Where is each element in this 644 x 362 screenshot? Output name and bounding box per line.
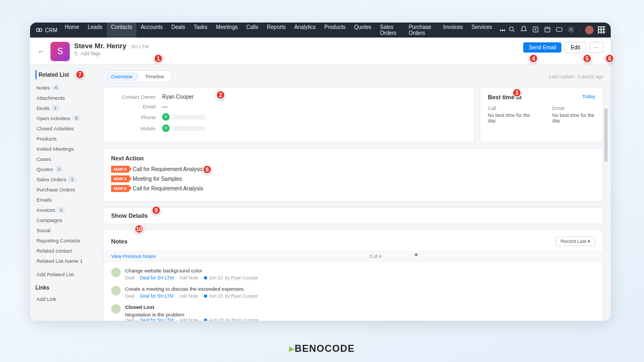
bell-icon[interactable] bbox=[520, 26, 528, 34]
sidebar-item-social[interactable]: Social bbox=[35, 225, 100, 235]
back-arrow[interactable]: ← bbox=[38, 47, 45, 56]
card-icon[interactable] bbox=[555, 26, 563, 34]
note-avatar bbox=[111, 268, 121, 277]
notes-sort-dropdown[interactable]: Recent Last ▾ bbox=[555, 237, 595, 246]
note-avatar bbox=[111, 304, 121, 314]
annotation-marker-8: 8 bbox=[202, 165, 212, 174]
plus-icon[interactable] bbox=[532, 26, 539, 34]
annotation-marker-9: 9 bbox=[151, 205, 161, 215]
sidebar-item-notes[interactable]: Notes4 bbox=[35, 83, 100, 93]
annotation-marker-2: 2 bbox=[216, 90, 225, 100]
phone-value bbox=[173, 115, 205, 120]
note-item: Create a meeting to discuss the exceeded… bbox=[111, 286, 595, 299]
user-avatar[interactable] bbox=[585, 26, 594, 34]
annotation-marker-1: 1 bbox=[153, 54, 163, 63]
annotation-marker-5: 5 bbox=[582, 54, 592, 63]
contact-info-panel: Contact OwnerRyan Cooper Email— Phone✆ M… bbox=[103, 87, 474, 143]
phone-icon[interactable]: ✆ bbox=[162, 113, 170, 121]
topbar-actions: | bbox=[508, 26, 605, 34]
mobile-value bbox=[173, 126, 205, 131]
add-link[interactable]: Add Link bbox=[35, 294, 100, 304]
svg-rect-4 bbox=[545, 27, 550, 32]
contact-header: ← S Steve Mr. Henry· SH LTM Add Tags Sen… bbox=[30, 38, 611, 65]
calendar-icon[interactable] bbox=[544, 26, 551, 34]
tab-timeline[interactable]: Timeline bbox=[139, 72, 171, 81]
last-update: Last Update : 2 day(s) ago bbox=[550, 74, 603, 79]
sidebar-item-related-contact[interactable]: Related contact bbox=[35, 246, 100, 256]
next-action-panel: Next Action MAR 3Call for Requirement An… bbox=[103, 148, 603, 202]
scrollbar-thumb[interactable] bbox=[604, 108, 608, 162]
contact-avatar: S bbox=[50, 42, 70, 61]
nav-more[interactable]: ••• bbox=[496, 24, 509, 37]
notes-counter: 3 of 4 bbox=[369, 254, 382, 259]
top-bar: CRM HomeLeadsContactsAccountsDealsTasksM… bbox=[30, 23, 611, 38]
sidebar-item-products[interactable]: Products bbox=[35, 134, 100, 144]
view-previous-notes[interactable]: View Previous Notes bbox=[111, 254, 156, 259]
annotation-marker-4: 4 bbox=[529, 54, 538, 63]
svg-point-7 bbox=[75, 53, 76, 53]
sidebar-item-campaigns[interactable]: Campaigns bbox=[35, 215, 100, 225]
sidebar-item-cases[interactable]: Cases bbox=[35, 154, 100, 164]
svg-point-2 bbox=[510, 27, 514, 31]
add-related-list[interactable]: Add Related List bbox=[35, 269, 100, 279]
app-logo[interactable]: CRM bbox=[35, 26, 57, 34]
view-tabs: Overview Timeline bbox=[103, 70, 172, 83]
sidebar-item-closed-activities[interactable]: Closed Activities bbox=[35, 123, 100, 134]
related-list-heading: Related List bbox=[35, 70, 100, 79]
tab-overview[interactable]: Overview bbox=[105, 72, 139, 81]
annotation-marker-10: 10 bbox=[134, 224, 144, 234]
links-heading: Links bbox=[35, 285, 100, 291]
notes-panel: Notes Recent Last ▾ View Previous Notes … bbox=[103, 230, 603, 321]
add-tags[interactable]: Add Tags bbox=[74, 51, 149, 56]
sidebar-item-emails[interactable]: Emails bbox=[35, 195, 100, 205]
sidebar-item-invoices[interactable]: Invoices1 bbox=[35, 205, 100, 215]
next-action-title: Next Action bbox=[111, 155, 595, 161]
contact-owner-value: Ryan Cooper bbox=[162, 94, 194, 100]
note-item: Change website background colorDeal·Deal… bbox=[111, 268, 595, 280]
email-value: — bbox=[162, 104, 167, 109]
sidebar-item-deals[interactable]: Deals1 bbox=[35, 103, 100, 113]
show-details-panel[interactable]: Show Details bbox=[103, 207, 603, 224]
sidebar-item-purchase-orders[interactable]: Purchase Orders bbox=[35, 184, 100, 195]
sidebar-item-related-list-name-1[interactable]: Related List Name 1 bbox=[35, 256, 100, 266]
sidebar-item-attachments[interactable]: Attachments bbox=[35, 93, 100, 103]
phone-icon[interactable]: ✆ bbox=[162, 124, 170, 132]
send-email-button[interactable]: Send Email bbox=[523, 42, 561, 53]
annotation-marker-3: 3 bbox=[512, 88, 522, 98]
search-icon[interactable] bbox=[508, 26, 516, 34]
sidebar-item-reporting-contacts[interactable]: Reporting Contacts bbox=[35, 235, 100, 246]
gear-icon[interactable] bbox=[567, 26, 575, 34]
sidebar: Related List Notes4AttachmentsDeals1Open… bbox=[30, 65, 100, 321]
next-action-item[interactable]: MAR 3Call for Requirement Analysis bbox=[111, 166, 595, 173]
benocode-logo: ▸BENOCODE bbox=[289, 343, 355, 354]
annotation-marker-7: 7 bbox=[75, 70, 85, 79]
svg-rect-5 bbox=[557, 28, 562, 32]
edit-button[interactable]: Edit bbox=[565, 42, 586, 53]
next-action-item[interactable]: MAR 3Meeting for Samples bbox=[111, 175, 595, 182]
today-link[interactable]: Today bbox=[582, 94, 595, 100]
sidebar-item-invited-meetings[interactable]: Invited Meetings bbox=[35, 144, 100, 154]
apps-grid-icon[interactable] bbox=[598, 26, 605, 34]
related-list: Notes4AttachmentsDeals1Open Activities3C… bbox=[35, 83, 100, 266]
best-time-panel: Best time toToday CallNo best time for t… bbox=[480, 87, 603, 143]
app-window: CRM HomeLeadsContactsAccountsDealsTasksM… bbox=[30, 23, 611, 321]
more-actions-button[interactable]: ··· bbox=[589, 42, 603, 53]
main-content: Overview Timeline Last Update : 2 day(s)… bbox=[100, 65, 611, 321]
sidebar-item-sales-orders[interactable]: Sales Orders1 bbox=[35, 174, 100, 184]
svg-point-6 bbox=[570, 28, 573, 31]
sidebar-item-quotes[interactable]: Quotes1 bbox=[35, 164, 100, 174]
next-action-item[interactable]: MAR 8Call for Requirement Analysis bbox=[111, 185, 595, 192]
note-item: Closed LostNegotiation is the problemDea… bbox=[111, 304, 595, 321]
sidebar-item-open-activities[interactable]: Open Activities3 bbox=[35, 113, 100, 123]
annotation-marker-6: 6 bbox=[605, 54, 614, 63]
contact-name: Steve Mr. Henry· SH LTM bbox=[74, 42, 149, 50]
notes-title: Notes bbox=[111, 238, 128, 245]
note-avatar bbox=[111, 286, 121, 295]
